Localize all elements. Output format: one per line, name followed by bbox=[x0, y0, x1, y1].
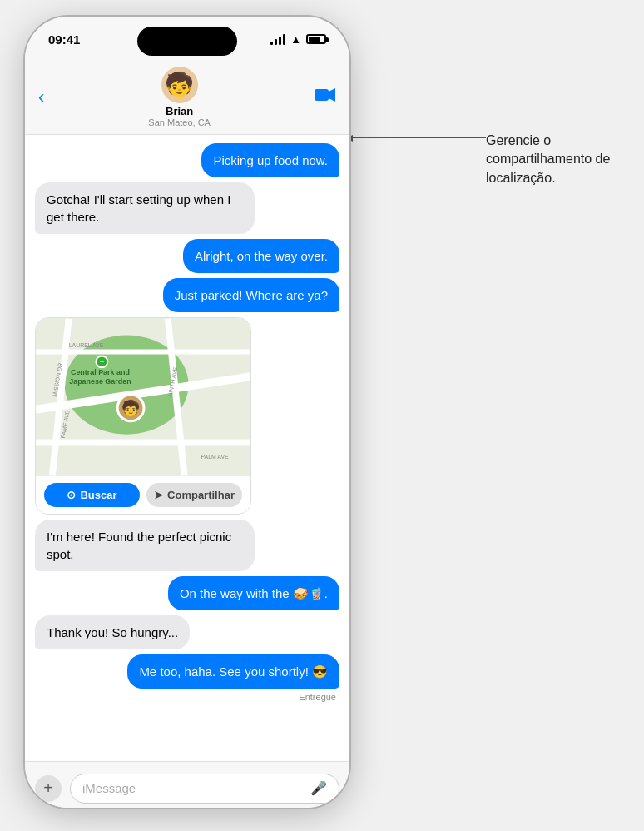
input-placeholder: iMessage bbox=[82, 781, 136, 795]
nav-center: 🧒 Brian San Mateo, CA bbox=[148, 67, 211, 127]
compartilhar-label: Compartilhar bbox=[167, 489, 235, 501]
message-row-1: Picking up food now. bbox=[35, 143, 339, 177]
chat-area: Picking up food now. Gotcha! I'll start … bbox=[25, 135, 349, 761]
svg-text:🧒: 🧒 bbox=[121, 399, 141, 417]
svg-text:Central Park and: Central Park and bbox=[71, 368, 130, 376]
phone: 09:41 ▲ ‹ 🧒 Brian bbox=[25, 17, 349, 808]
bubble-3: Alright, on the way over. bbox=[183, 239, 339, 273]
message-row-3: Alright, on the way over. bbox=[35, 239, 339, 273]
annotation-text: Gerencie o compartilhamento de localizaç… bbox=[486, 132, 627, 187]
nav-bar: ‹ 🧒 Brian San Mateo, CA bbox=[25, 62, 349, 135]
signal-icon bbox=[270, 33, 285, 45]
message-row-2: Gotcha! I'll start setting up when I get… bbox=[35, 182, 339, 234]
svg-text:LAUREL AVE: LAUREL AVE bbox=[69, 342, 104, 348]
bubble-6: I'm here! Found the perfect picnic spot. bbox=[35, 520, 255, 571]
message-row-7: On the way with the 🥪🧋. bbox=[35, 576, 339, 610]
buscar-button[interactable]: ⊙ Buscar bbox=[44, 483, 140, 507]
status-time: 09:41 bbox=[48, 32, 80, 47]
message-row-4: Just parked! Where are ya? bbox=[35, 278, 339, 312]
avatar[interactable]: 🧒 bbox=[161, 67, 198, 103]
svg-rect-0 bbox=[315, 89, 329, 101]
delivered-label: Entregue bbox=[35, 692, 336, 702]
back-button[interactable]: ‹ bbox=[38, 87, 44, 108]
buscar-label: Buscar bbox=[80, 489, 116, 501]
message-row-9: Me too, haha. See you shortly! 😎 bbox=[35, 654, 339, 689]
compartilhar-button[interactable]: ➤ Compartilhar bbox=[146, 483, 242, 507]
bubble-7: On the way with the 🥪🧋. bbox=[168, 576, 339, 610]
bubble-2: Gotcha! I'll start setting up when I get… bbox=[35, 182, 255, 234]
bubble-9: Me too, haha. See you shortly! 😎 bbox=[127, 654, 339, 689]
bubble-8: Thank you! So hungry... bbox=[35, 615, 190, 649]
annotation-line bbox=[353, 137, 486, 138]
dynamic-island bbox=[137, 27, 237, 56]
map-buttons: ⊙ Buscar ➤ Compartilhar bbox=[36, 476, 250, 514]
battery-icon bbox=[306, 34, 326, 44]
contact-name[interactable]: Brian bbox=[166, 105, 193, 117]
scene: Gerencie o compartilhamento de localizaç… bbox=[0, 0, 644, 831]
video-call-button[interactable] bbox=[315, 87, 336, 108]
map-visual: Central Park and Japanese Garden + 🧒 MIS… bbox=[36, 318, 250, 476]
message-input[interactable]: iMessage 🎤 bbox=[70, 774, 339, 804]
buscar-icon: ⊙ bbox=[67, 489, 76, 501]
message-row-6: I'm here! Found the perfect picnic spot. bbox=[35, 520, 339, 571]
mic-icon[interactable]: 🎤 bbox=[310, 780, 327, 796]
bubble-4: Just parked! Where are ya? bbox=[163, 278, 339, 312]
svg-text:PALM AVE: PALM AVE bbox=[201, 454, 229, 460]
add-attachment-button[interactable]: + bbox=[35, 775, 62, 802]
map-bubble[interactable]: Central Park and Japanese Garden + 🧒 MIS… bbox=[35, 317, 251, 515]
contact-location: San Mateo, CA bbox=[148, 117, 211, 127]
svg-text:Japanese Garden: Japanese Garden bbox=[69, 377, 131, 386]
input-bar: + iMessage 🎤 bbox=[25, 761, 349, 808]
plus-icon: + bbox=[43, 779, 53, 798]
message-row-map: Central Park and Japanese Garden + 🧒 MIS… bbox=[35, 317, 339, 515]
share-icon: ➤ bbox=[154, 489, 163, 501]
status-bar: 09:41 ▲ bbox=[25, 17, 349, 62]
svg-text:+: + bbox=[99, 357, 104, 366]
svg-marker-1 bbox=[329, 88, 335, 102]
wifi-icon: ▲ bbox=[290, 33, 301, 46]
bubble-1: Picking up food now. bbox=[201, 143, 339, 177]
status-icons: ▲ bbox=[270, 33, 326, 46]
avatar-emoji: 🧒 bbox=[165, 73, 194, 97]
message-row-8: Thank you! So hungry... bbox=[35, 615, 339, 649]
